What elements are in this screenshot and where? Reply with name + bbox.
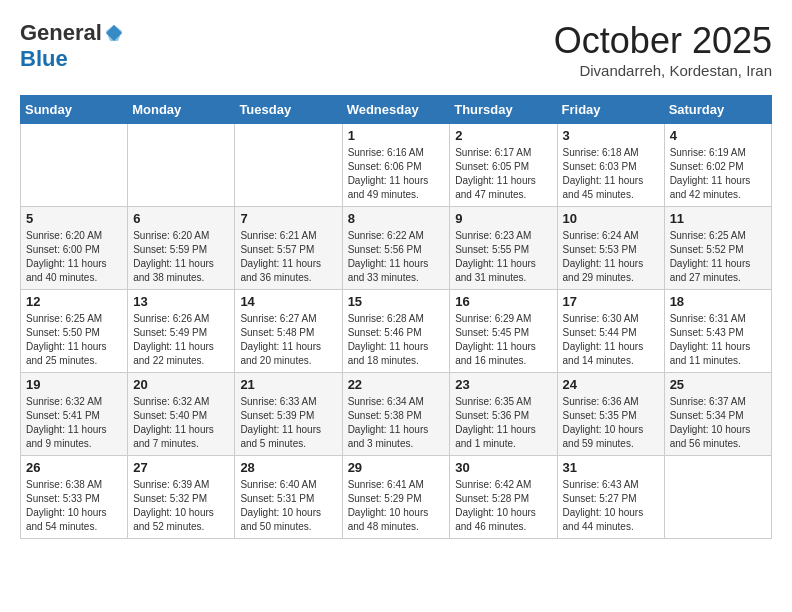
weekday-header: Saturday	[664, 96, 771, 124]
day-info: Sunrise: 6:19 AM Sunset: 6:02 PM Dayligh…	[670, 146, 766, 202]
calendar-cell: 30Sunrise: 6:42 AM Sunset: 5:28 PM Dayli…	[450, 456, 557, 539]
day-info: Sunrise: 6:28 AM Sunset: 5:46 PM Dayligh…	[348, 312, 445, 368]
calendar-cell: 31Sunrise: 6:43 AM Sunset: 5:27 PM Dayli…	[557, 456, 664, 539]
day-number: 3	[563, 128, 659, 143]
day-number: 18	[670, 294, 766, 309]
calendar-week-row: 19Sunrise: 6:32 AM Sunset: 5:41 PM Dayli…	[21, 373, 772, 456]
day-info: Sunrise: 6:41 AM Sunset: 5:29 PM Dayligh…	[348, 478, 445, 534]
day-info: Sunrise: 6:23 AM Sunset: 5:55 PM Dayligh…	[455, 229, 551, 285]
day-info: Sunrise: 6:34 AM Sunset: 5:38 PM Dayligh…	[348, 395, 445, 451]
weekday-header: Sunday	[21, 96, 128, 124]
day-number: 21	[240, 377, 336, 392]
calendar-cell: 25Sunrise: 6:37 AM Sunset: 5:34 PM Dayli…	[664, 373, 771, 456]
day-info: Sunrise: 6:29 AM Sunset: 5:45 PM Dayligh…	[455, 312, 551, 368]
calendar-cell: 22Sunrise: 6:34 AM Sunset: 5:38 PM Dayli…	[342, 373, 450, 456]
day-info: Sunrise: 6:24 AM Sunset: 5:53 PM Dayligh…	[563, 229, 659, 285]
day-number: 29	[348, 460, 445, 475]
weekday-header-row: SundayMondayTuesdayWednesdayThursdayFrid…	[21, 96, 772, 124]
day-number: 31	[563, 460, 659, 475]
day-info: Sunrise: 6:40 AM Sunset: 5:31 PM Dayligh…	[240, 478, 336, 534]
day-number: 2	[455, 128, 551, 143]
calendar-cell: 16Sunrise: 6:29 AM Sunset: 5:45 PM Dayli…	[450, 290, 557, 373]
calendar-cell: 6Sunrise: 6:20 AM Sunset: 5:59 PM Daylig…	[128, 207, 235, 290]
day-number: 23	[455, 377, 551, 392]
calendar-cell: 3Sunrise: 6:18 AM Sunset: 6:03 PM Daylig…	[557, 124, 664, 207]
calendar-cell: 17Sunrise: 6:30 AM Sunset: 5:44 PM Dayli…	[557, 290, 664, 373]
day-number: 12	[26, 294, 122, 309]
day-info: Sunrise: 6:18 AM Sunset: 6:03 PM Dayligh…	[563, 146, 659, 202]
calendar-week-row: 5Sunrise: 6:20 AM Sunset: 6:00 PM Daylig…	[21, 207, 772, 290]
calendar-cell: 29Sunrise: 6:41 AM Sunset: 5:29 PM Dayli…	[342, 456, 450, 539]
calendar-cell: 18Sunrise: 6:31 AM Sunset: 5:43 PM Dayli…	[664, 290, 771, 373]
calendar-cell: 13Sunrise: 6:26 AM Sunset: 5:49 PM Dayli…	[128, 290, 235, 373]
day-number: 15	[348, 294, 445, 309]
day-number: 10	[563, 211, 659, 226]
day-number: 5	[26, 211, 122, 226]
day-info: Sunrise: 6:25 AM Sunset: 5:50 PM Dayligh…	[26, 312, 122, 368]
calendar-cell: 14Sunrise: 6:27 AM Sunset: 5:48 PM Dayli…	[235, 290, 342, 373]
calendar-cell	[235, 124, 342, 207]
calendar-table: SundayMondayTuesdayWednesdayThursdayFrid…	[20, 95, 772, 539]
logo-icon	[104, 23, 124, 43]
day-info: Sunrise: 6:35 AM Sunset: 5:36 PM Dayligh…	[455, 395, 551, 451]
day-info: Sunrise: 6:33 AM Sunset: 5:39 PM Dayligh…	[240, 395, 336, 451]
day-info: Sunrise: 6:26 AM Sunset: 5:49 PM Dayligh…	[133, 312, 229, 368]
day-number: 22	[348, 377, 445, 392]
title-section: October 2025 Divandarreh, Kordestan, Ira…	[554, 20, 772, 79]
month-title: October 2025	[554, 20, 772, 62]
day-number: 24	[563, 377, 659, 392]
calendar-cell: 21Sunrise: 6:33 AM Sunset: 5:39 PM Dayli…	[235, 373, 342, 456]
day-number: 4	[670, 128, 766, 143]
day-number: 16	[455, 294, 551, 309]
calendar-week-row: 26Sunrise: 6:38 AM Sunset: 5:33 PM Dayli…	[21, 456, 772, 539]
day-number: 19	[26, 377, 122, 392]
day-info: Sunrise: 6:36 AM Sunset: 5:35 PM Dayligh…	[563, 395, 659, 451]
day-number: 1	[348, 128, 445, 143]
day-info: Sunrise: 6:20 AM Sunset: 6:00 PM Dayligh…	[26, 229, 122, 285]
day-number: 26	[26, 460, 122, 475]
day-number: 9	[455, 211, 551, 226]
calendar-cell: 5Sunrise: 6:20 AM Sunset: 6:00 PM Daylig…	[21, 207, 128, 290]
calendar-week-row: 1Sunrise: 6:16 AM Sunset: 6:06 PM Daylig…	[21, 124, 772, 207]
day-number: 25	[670, 377, 766, 392]
day-info: Sunrise: 6:30 AM Sunset: 5:44 PM Dayligh…	[563, 312, 659, 368]
day-number: 20	[133, 377, 229, 392]
day-info: Sunrise: 6:20 AM Sunset: 5:59 PM Dayligh…	[133, 229, 229, 285]
day-info: Sunrise: 6:17 AM Sunset: 6:05 PM Dayligh…	[455, 146, 551, 202]
day-info: Sunrise: 6:25 AM Sunset: 5:52 PM Dayligh…	[670, 229, 766, 285]
calendar-cell: 12Sunrise: 6:25 AM Sunset: 5:50 PM Dayli…	[21, 290, 128, 373]
day-info: Sunrise: 6:42 AM Sunset: 5:28 PM Dayligh…	[455, 478, 551, 534]
calendar-cell: 7Sunrise: 6:21 AM Sunset: 5:57 PM Daylig…	[235, 207, 342, 290]
day-number: 28	[240, 460, 336, 475]
day-info: Sunrise: 6:37 AM Sunset: 5:34 PM Dayligh…	[670, 395, 766, 451]
day-number: 7	[240, 211, 336, 226]
weekday-header: Thursday	[450, 96, 557, 124]
day-number: 30	[455, 460, 551, 475]
day-info: Sunrise: 6:27 AM Sunset: 5:48 PM Dayligh…	[240, 312, 336, 368]
day-info: Sunrise: 6:32 AM Sunset: 5:41 PM Dayligh…	[26, 395, 122, 451]
calendar-cell: 1Sunrise: 6:16 AM Sunset: 6:06 PM Daylig…	[342, 124, 450, 207]
day-number: 6	[133, 211, 229, 226]
location-subtitle: Divandarreh, Kordestan, Iran	[554, 62, 772, 79]
weekday-header: Monday	[128, 96, 235, 124]
day-number: 13	[133, 294, 229, 309]
calendar-cell: 20Sunrise: 6:32 AM Sunset: 5:40 PM Dayli…	[128, 373, 235, 456]
calendar-cell	[128, 124, 235, 207]
calendar-cell: 4Sunrise: 6:19 AM Sunset: 6:02 PM Daylig…	[664, 124, 771, 207]
logo-general: General	[20, 20, 102, 46]
calendar-cell: 11Sunrise: 6:25 AM Sunset: 5:52 PM Dayli…	[664, 207, 771, 290]
day-number: 14	[240, 294, 336, 309]
weekday-header: Tuesday	[235, 96, 342, 124]
calendar-cell: 8Sunrise: 6:22 AM Sunset: 5:56 PM Daylig…	[342, 207, 450, 290]
day-info: Sunrise: 6:21 AM Sunset: 5:57 PM Dayligh…	[240, 229, 336, 285]
day-number: 11	[670, 211, 766, 226]
day-number: 17	[563, 294, 659, 309]
day-info: Sunrise: 6:39 AM Sunset: 5:32 PM Dayligh…	[133, 478, 229, 534]
svg-marker-1	[106, 25, 122, 41]
logo-blue: Blue	[20, 46, 68, 72]
calendar-cell: 9Sunrise: 6:23 AM Sunset: 5:55 PM Daylig…	[450, 207, 557, 290]
calendar-cell: 27Sunrise: 6:39 AM Sunset: 5:32 PM Dayli…	[128, 456, 235, 539]
day-info: Sunrise: 6:43 AM Sunset: 5:27 PM Dayligh…	[563, 478, 659, 534]
calendar-cell: 2Sunrise: 6:17 AM Sunset: 6:05 PM Daylig…	[450, 124, 557, 207]
weekday-header: Friday	[557, 96, 664, 124]
